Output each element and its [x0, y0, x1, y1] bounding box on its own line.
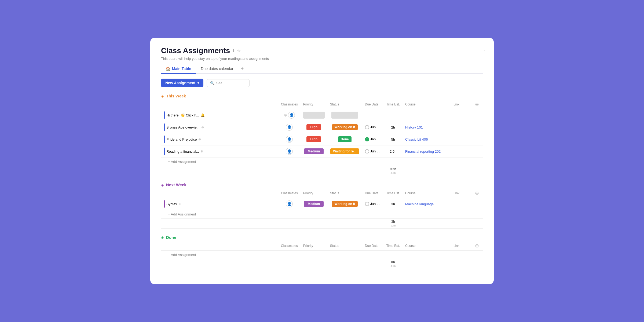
new-assignment-button[interactable]: New Assignment ▾ — [161, 79, 203, 87]
avatar: 👤 — [286, 200, 293, 207]
due-circle — [365, 149, 369, 153]
row-name-text: Hi there! 👋 Click h... — [166, 113, 199, 117]
avatar: 👤 — [288, 112, 295, 119]
th-add-done[interactable]: ⊕ — [472, 241, 483, 251]
group-this-week: ◈ This Week Classmates Priority Status D… — [161, 94, 483, 176]
group-next-week-icon[interactable]: ◈ — [161, 183, 164, 187]
info-icon[interactable]: ℹ — [233, 48, 234, 53]
tab-main-table[interactable]: 🏠 Main Table — [161, 64, 196, 74]
th-add-this-week[interactable]: ⊕ — [472, 100, 483, 109]
priority-badge: High — [306, 124, 321, 130]
add-assignment-text[interactable]: + Add Assignment — [161, 251, 483, 259]
row-due: Jun ... — [362, 198, 384, 210]
row-due: ✓ Jan... — [362, 133, 384, 145]
row-priority[interactable]: Medium — [301, 198, 327, 210]
row-time: 2h — [384, 121, 402, 133]
add-assignment-text[interactable]: + Add Assignment — [161, 210, 483, 219]
group-next-week-header: ◈ Next Week — [161, 182, 483, 187]
due-circle — [365, 202, 369, 206]
row-name: Pride and Prejudice ⊕ — [161, 133, 278, 145]
tab-due-dates-label: Due dates calendar — [201, 67, 233, 71]
page-title: Class Assignments — [161, 46, 230, 55]
sum-row-next-week: 3h sum — [161, 219, 483, 229]
table-row: Syntax ⊕ 👤 Medium Working on it — [161, 198, 483, 210]
add-assignment-row[interactable]: + Add Assignment — [161, 158, 483, 166]
add-person-icon-inline[interactable]: ⊕ — [200, 149, 203, 153]
add-person-icon[interactable]: ⊕ — [284, 113, 287, 117]
row-name-text: Reading a financial... — [166, 149, 199, 153]
course-link: History 101 — [405, 125, 423, 129]
add-person-icon-inline[interactable]: ⊕ — [201, 125, 204, 129]
sum-spacer — [161, 219, 384, 229]
add-person-icon-inline[interactable]: ⊕ — [198, 137, 201, 141]
row-time: 3h — [384, 198, 402, 210]
add-person-icon-inline[interactable]: ⊕ — [179, 202, 181, 206]
add-assignment-row[interactable]: + Add Assignment — [161, 210, 483, 219]
th-due-next-week: Due Date — [362, 189, 384, 198]
th-classmates-done: Classmates — [278, 241, 301, 251]
table-row: Bronze Age overvie... ⊕ 👤 High Working o… — [161, 121, 483, 133]
avatar: 👤 — [286, 148, 293, 155]
row-link — [451, 133, 472, 145]
row-strip — [164, 200, 165, 208]
row-link — [451, 109, 472, 121]
done-table: Classmates Priority Status Due Date Time… — [161, 241, 483, 269]
row-course[interactable]: Classic Lit 406 — [402, 133, 451, 145]
row-alert-icon[interactable]: 🔔 — [201, 113, 205, 117]
th-priority-this-week: Priority — [301, 100, 327, 109]
row-status[interactable]: Done — [327, 133, 362, 145]
th-link-next-week: Link — [451, 189, 472, 198]
th-priority-done: Priority — [301, 241, 327, 251]
row-course[interactable]: Machine language — [402, 198, 451, 210]
tab-add-button[interactable]: + — [238, 64, 247, 73]
row-classmates: 👤 — [278, 121, 301, 133]
priority-badge: High — [306, 136, 321, 142]
new-assignment-label: New Assignment — [165, 81, 195, 85]
row-priority[interactable]: Medium — [301, 145, 327, 158]
add-assignment-row[interactable]: + Add Assignment — [161, 251, 483, 259]
status-badge: Working on it — [332, 201, 358, 207]
row-priority[interactable]: High — [301, 133, 327, 145]
row-status[interactable]: Working on it — [327, 121, 362, 133]
group-done-icon[interactable]: ◈ — [161, 235, 164, 240]
sum-spacer2 — [402, 166, 483, 176]
tab-due-dates[interactable]: Due dates calendar — [196, 64, 238, 74]
row-name-text: Bronze Age overvie... — [166, 125, 200, 129]
th-link-this-week: Link — [451, 100, 472, 109]
star-icon[interactable]: ☆ — [237, 48, 241, 53]
th-time-done: Time Est. — [384, 241, 402, 251]
search-box[interactable]: 🔍 Sea — [207, 79, 250, 87]
row-course[interactable]: Financial reporting 202 — [402, 145, 451, 158]
row-name: Reading a financial... ⊕ — [161, 145, 278, 158]
table-row: Pride and Prejudice ⊕ 👤 High Done — [161, 133, 483, 145]
row-link — [451, 121, 472, 133]
title-row: Class Assignments ℹ ☆ — [161, 46, 483, 55]
row-add — [472, 133, 483, 145]
priority-badge: Medium — [304, 201, 324, 207]
table-row: Hi there! 👋 Click h... 🔔 ⊕ 👤 — [161, 109, 483, 121]
search-placeholder: Sea — [216, 81, 222, 85]
row-classmates: ⊕ 👤 — [278, 109, 301, 121]
avatar: 👤 — [286, 136, 293, 143]
th-name-this-week — [161, 100, 278, 109]
group-done-header: ◈ Done — [161, 235, 483, 240]
row-course[interactable]: History 101 — [402, 121, 451, 133]
row-status[interactable]: Waiting for re... — [327, 145, 362, 158]
next-week-table: Classmates Priority Status Due Date Time… — [161, 189, 483, 229]
more-options-button[interactable]: · — [484, 46, 485, 53]
row-status[interactable]: Working on it — [327, 198, 362, 210]
row-strip — [164, 123, 165, 131]
th-course-done: Course — [402, 241, 451, 251]
group-this-week-icon[interactable]: ◈ — [161, 94, 164, 98]
row-priority[interactable]: High — [301, 121, 327, 133]
th-add-next-week[interactable]: ⊕ — [472, 189, 483, 198]
add-assignment-text[interactable]: + Add Assignment — [161, 158, 483, 166]
subtitle: This board will help you stay on top of … — [161, 57, 483, 61]
row-name: Bronze Age overvie... ⊕ — [161, 121, 278, 133]
row-due-text: Jun ... — [370, 149, 379, 153]
toolbar-row: New Assignment ▾ 🔍 Sea — [161, 79, 483, 87]
home-icon: 🏠 — [166, 67, 170, 71]
row-classmates: 👤 — [278, 145, 301, 158]
table-row: Reading a financial... ⊕ 👤 Medium Waitin… — [161, 145, 483, 158]
row-time: 5h — [384, 133, 402, 145]
